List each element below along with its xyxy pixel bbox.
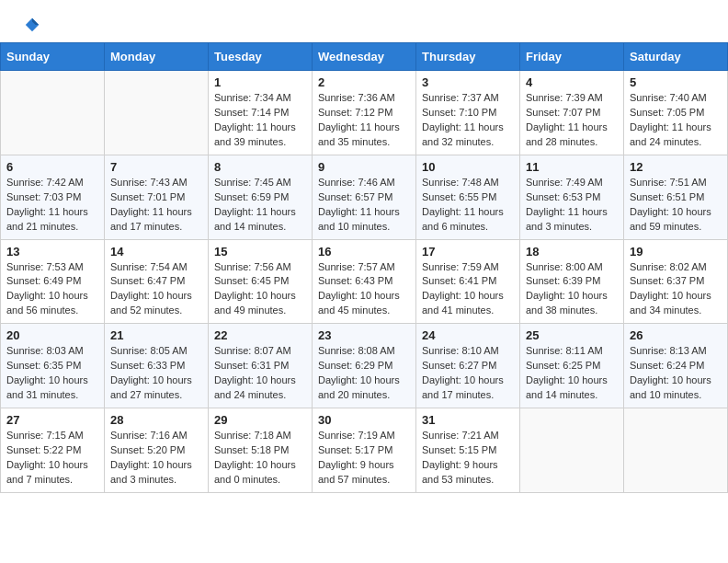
day-number: 17	[422, 245, 514, 259]
logo	[22, 17, 40, 33]
day-number: 14	[110, 245, 202, 259]
week-row-2: 6Sunrise: 7:42 AM Sunset: 7:03 PM Daylig…	[1, 155, 728, 239]
day-cell: 3Sunrise: 7:37 AM Sunset: 7:10 PM Daylig…	[416, 71, 520, 155]
day-info: Sunrise: 8:07 AM Sunset: 6:31 PM Dayligh…	[214, 344, 306, 403]
day-number: 26	[630, 328, 722, 342]
day-cell: 11Sunrise: 7:49 AM Sunset: 6:53 PM Dayli…	[520, 155, 624, 239]
week-row-4: 20Sunrise: 8:03 AM Sunset: 6:35 PM Dayli…	[1, 324, 728, 408]
day-number: 21	[110, 328, 202, 342]
day-cell: 14Sunrise: 7:54 AM Sunset: 6:47 PM Dayli…	[105, 239, 209, 324]
day-info: Sunrise: 7:54 AM Sunset: 6:47 PM Dayligh…	[110, 260, 202, 319]
day-info: Sunrise: 7:34 AM Sunset: 7:14 PM Dayligh…	[214, 91, 306, 150]
day-number: 27	[6, 413, 98, 427]
day-info: Sunrise: 7:18 AM Sunset: 5:18 PM Dayligh…	[214, 429, 306, 488]
day-cell	[624, 408, 728, 493]
day-cell: 21Sunrise: 8:05 AM Sunset: 6:33 PM Dayli…	[105, 324, 209, 408]
weekday-header-thursday: Thursday	[416, 43, 520, 71]
day-number: 29	[214, 413, 306, 427]
week-row-1: 1Sunrise: 7:34 AM Sunset: 7:14 PM Daylig…	[1, 71, 728, 155]
day-info: Sunrise: 8:03 AM Sunset: 6:35 PM Dayligh…	[6, 344, 98, 403]
day-number: 30	[318, 413, 410, 427]
day-cell: 23Sunrise: 8:08 AM Sunset: 6:29 PM Dayli…	[313, 324, 416, 408]
day-cell: 15Sunrise: 7:56 AM Sunset: 6:45 PM Dayli…	[209, 239, 313, 324]
weekday-header-sunday: Sunday	[1, 43, 105, 71]
day-cell: 27Sunrise: 7:15 AM Sunset: 5:22 PM Dayli…	[1, 408, 105, 493]
day-cell: 1Sunrise: 7:34 AM Sunset: 7:14 PM Daylig…	[209, 71, 313, 155]
day-cell: 22Sunrise: 8:07 AM Sunset: 6:31 PM Dayli…	[209, 324, 313, 408]
day-info: Sunrise: 7:15 AM Sunset: 5:22 PM Dayligh…	[6, 429, 98, 488]
day-cell: 16Sunrise: 7:57 AM Sunset: 6:43 PM Dayli…	[313, 239, 416, 324]
day-cell: 13Sunrise: 7:53 AM Sunset: 6:49 PM Dayli…	[1, 239, 105, 324]
day-cell: 2Sunrise: 7:36 AM Sunset: 7:12 PM Daylig…	[313, 71, 416, 155]
header	[0, 0, 728, 42]
day-cell: 4Sunrise: 7:39 AM Sunset: 7:07 PM Daylig…	[520, 71, 624, 155]
calendar-table: SundayMondayTuesdayWednesdayThursdayFrid…	[0, 42, 728, 493]
day-number: 11	[526, 160, 618, 174]
day-number: 20	[6, 328, 98, 342]
day-number: 1	[214, 75, 306, 89]
day-info: Sunrise: 8:13 AM Sunset: 6:24 PM Dayligh…	[630, 344, 722, 403]
day-number: 8	[214, 160, 306, 174]
day-cell: 5Sunrise: 7:40 AM Sunset: 7:05 PM Daylig…	[624, 71, 728, 155]
day-cell: 10Sunrise: 7:48 AM Sunset: 6:55 PM Dayli…	[416, 155, 520, 239]
day-cell: 7Sunrise: 7:43 AM Sunset: 7:01 PM Daylig…	[105, 155, 209, 239]
day-cell: 26Sunrise: 8:13 AM Sunset: 6:24 PM Dayli…	[624, 324, 728, 408]
day-info: Sunrise: 7:51 AM Sunset: 6:51 PM Dayligh…	[630, 176, 722, 235]
day-info: Sunrise: 8:02 AM Sunset: 6:37 PM Dayligh…	[630, 260, 722, 319]
day-number: 10	[422, 160, 514, 174]
day-info: Sunrise: 7:39 AM Sunset: 7:07 PM Dayligh…	[526, 91, 618, 150]
weekday-header-friday: Friday	[520, 43, 624, 71]
day-number: 3	[422, 75, 514, 89]
day-number: 25	[526, 328, 618, 342]
day-info: Sunrise: 7:21 AM Sunset: 5:15 PM Dayligh…	[422, 429, 514, 488]
day-info: Sunrise: 7:36 AM Sunset: 7:12 PM Dayligh…	[318, 91, 410, 150]
day-number: 19	[630, 245, 722, 259]
day-number: 6	[6, 160, 98, 174]
day-number: 5	[630, 75, 722, 89]
weekday-header-saturday: Saturday	[624, 43, 728, 71]
page: SundayMondayTuesdayWednesdayThursdayFrid…	[0, 0, 728, 493]
day-number: 18	[526, 245, 618, 259]
day-info: Sunrise: 7:37 AM Sunset: 7:10 PM Dayligh…	[422, 91, 514, 150]
day-info: Sunrise: 7:56 AM Sunset: 6:45 PM Dayligh…	[214, 260, 306, 319]
day-info: Sunrise: 7:59 AM Sunset: 6:41 PM Dayligh…	[422, 260, 514, 319]
day-info: Sunrise: 7:45 AM Sunset: 6:59 PM Dayligh…	[214, 176, 306, 235]
day-info: Sunrise: 7:46 AM Sunset: 6:57 PM Dayligh…	[318, 176, 410, 235]
weekday-header-row: SundayMondayTuesdayWednesdayThursdayFrid…	[1, 43, 728, 71]
day-number: 9	[318, 160, 410, 174]
day-number: 28	[110, 413, 202, 427]
day-cell: 12Sunrise: 7:51 AM Sunset: 6:51 PM Dayli…	[624, 155, 728, 239]
day-number: 2	[318, 75, 410, 89]
day-cell: 6Sunrise: 7:42 AM Sunset: 7:03 PM Daylig…	[1, 155, 105, 239]
logo-icon	[24, 17, 40, 33]
day-info: Sunrise: 7:53 AM Sunset: 6:49 PM Dayligh…	[6, 260, 98, 319]
day-cell: 28Sunrise: 7:16 AM Sunset: 5:20 PM Dayli…	[105, 408, 209, 493]
day-info: Sunrise: 7:40 AM Sunset: 7:05 PM Dayligh…	[630, 91, 722, 150]
weekday-header-monday: Monday	[105, 43, 209, 71]
day-number: 23	[318, 328, 410, 342]
day-cell: 24Sunrise: 8:10 AM Sunset: 6:27 PM Dayli…	[416, 324, 520, 408]
day-info: Sunrise: 7:43 AM Sunset: 7:01 PM Dayligh…	[110, 176, 202, 235]
day-info: Sunrise: 7:42 AM Sunset: 7:03 PM Dayligh…	[6, 176, 98, 235]
day-number: 31	[422, 413, 514, 427]
day-number: 22	[214, 328, 306, 342]
weekday-header-wednesday: Wednesday	[313, 43, 416, 71]
day-number: 7	[110, 160, 202, 174]
day-info: Sunrise: 8:00 AM Sunset: 6:39 PM Dayligh…	[526, 260, 618, 319]
day-info: Sunrise: 7:48 AM Sunset: 6:55 PM Dayligh…	[422, 176, 514, 235]
day-info: Sunrise: 8:05 AM Sunset: 6:33 PM Dayligh…	[110, 344, 202, 403]
day-number: 16	[318, 245, 410, 259]
day-cell: 8Sunrise: 7:45 AM Sunset: 6:59 PM Daylig…	[209, 155, 313, 239]
day-info: Sunrise: 8:10 AM Sunset: 6:27 PM Dayligh…	[422, 344, 514, 403]
day-cell	[105, 71, 209, 155]
day-cell: 31Sunrise: 7:21 AM Sunset: 5:15 PM Dayli…	[416, 408, 520, 493]
day-cell: 18Sunrise: 8:00 AM Sunset: 6:39 PM Dayli…	[520, 239, 624, 324]
week-row-5: 27Sunrise: 7:15 AM Sunset: 5:22 PM Dayli…	[1, 408, 728, 493]
day-cell: 30Sunrise: 7:19 AM Sunset: 5:17 PM Dayli…	[313, 408, 416, 493]
day-number: 13	[6, 245, 98, 259]
day-number: 24	[422, 328, 514, 342]
day-info: Sunrise: 7:57 AM Sunset: 6:43 PM Dayligh…	[318, 260, 410, 319]
day-info: Sunrise: 8:11 AM Sunset: 6:25 PM Dayligh…	[526, 344, 618, 403]
day-info: Sunrise: 7:49 AM Sunset: 6:53 PM Dayligh…	[526, 176, 618, 235]
day-cell: 29Sunrise: 7:18 AM Sunset: 5:18 PM Dayli…	[209, 408, 313, 493]
